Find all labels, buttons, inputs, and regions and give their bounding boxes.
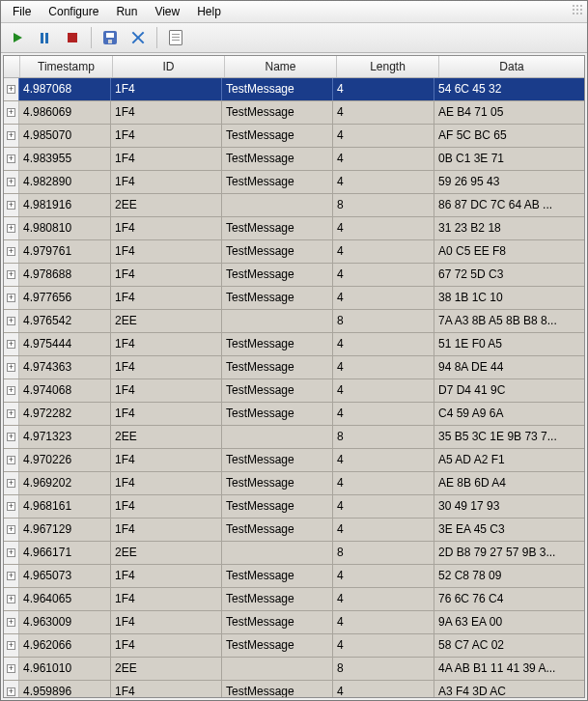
column-name[interactable]: Name <box>225 56 337 77</box>
menu-configure[interactable]: Configure <box>40 3 107 20</box>
row-expander[interactable]: + <box>4 264 19 286</box>
cell-timestamp: 4.959896 <box>19 681 111 697</box>
table-row[interactable]: +4.9650731F4TestMessage452 C8 78 09 <box>4 565 584 588</box>
table-row[interactable]: +4.9850701F4TestMessage4AF 5C BC 65 <box>4 125 584 148</box>
column-id[interactable]: ID <box>113 56 225 77</box>
table-row[interactable]: +4.9743631F4TestMessage494 8A DE 44 <box>4 356 584 379</box>
row-expander[interactable]: + <box>4 611 19 633</box>
cell-timestamp: 4.964065 <box>19 588 111 610</box>
plus-icon: + <box>7 178 15 186</box>
clear-button[interactable] <box>126 25 151 50</box>
table-row[interactable]: +4.9765422EE87A A3 8B A5 8B B8 8... <box>4 310 584 333</box>
plus-icon: + <box>7 664 15 673</box>
grid-body[interactable]: +4.9870681F4TestMessage454 6C 45 32+4.98… <box>4 78 584 697</box>
column-expand[interactable] <box>4 56 20 77</box>
row-expander[interactable]: + <box>4 171 19 193</box>
row-expander[interactable]: + <box>4 148 19 170</box>
cell-data: AE 8B 6D A4 <box>434 472 584 494</box>
table-row[interactable]: +4.9598961F4TestMessage4A3 F4 3D AC <box>4 681 584 697</box>
cell-length: 8 <box>333 310 434 332</box>
row-expander[interactable]: + <box>4 240 19 263</box>
cell-data: 3E EA 45 C3 <box>434 519 584 541</box>
table-row[interactable]: +4.9620661F4TestMessage458 C7 AC 02 <box>4 634 584 658</box>
table-row[interactable]: +4.9754441F4TestMessage451 1E F0 A5 <box>4 333 584 356</box>
row-expander[interactable]: + <box>4 472 19 494</box>
table-row[interactable]: +4.9828901F4TestMessage459 26 95 43 <box>4 171 584 194</box>
column-length[interactable]: Length <box>337 56 439 77</box>
table-row[interactable]: +4.9819162EE886 87 DC 7C 64 AB ... <box>4 194 584 217</box>
table-row[interactable]: +4.9610102EE84A AB B1 11 41 39 A... <box>4 658 584 681</box>
row-expander[interactable]: + <box>4 78 19 100</box>
cell-data: 86 87 DC 7C 64 AB ... <box>434 194 584 216</box>
table-row[interactable]: +4.9860691F4TestMessage4AE B4 71 05 <box>4 101 584 125</box>
row-expander[interactable]: + <box>4 125 19 147</box>
pause-button[interactable] <box>32 25 57 50</box>
plus-icon: + <box>7 409 15 418</box>
plus-icon: + <box>7 456 15 464</box>
table-row[interactable]: +4.9702261F4TestMessage4A5 AD A2 F1 <box>4 449 584 472</box>
cell-length: 4 <box>333 449 434 471</box>
row-expander[interactable]: + <box>4 449 19 471</box>
column-data[interactable]: Data <box>439 56 584 77</box>
column-timestamp[interactable]: Timestamp <box>20 56 113 77</box>
menu-run[interactable]: Run <box>107 3 146 20</box>
row-expander[interactable]: + <box>4 101 19 124</box>
row-expander[interactable]: + <box>4 565 19 587</box>
menu-help[interactable]: Help <box>188 3 230 20</box>
cell-timestamp: 4.981916 <box>19 194 111 216</box>
plus-icon: + <box>7 201 15 210</box>
cell-data: 38 1B 1C 10 <box>434 287 584 309</box>
table-row[interactable]: +4.9671291F4TestMessage43E EA 45 C3 <box>4 519 584 542</box>
row-expander[interactable]: + <box>4 681 19 697</box>
row-expander[interactable]: + <box>4 379 19 402</box>
table-row[interactable]: +4.9640651F4TestMessage476 6C 76 C4 <box>4 588 584 611</box>
table-row[interactable]: +4.9839551F4TestMessage40B C1 3E 71 <box>4 148 584 171</box>
cell-name: TestMessage <box>222 333 333 355</box>
stop-button[interactable] <box>60 25 85 50</box>
cell-id: 2EE <box>111 310 222 332</box>
cell-data: 0B C1 3E 71 <box>434 148 584 170</box>
cell-timestamp: 4.974068 <box>19 379 111 402</box>
row-expander[interactable]: + <box>4 588 19 610</box>
row-expander[interactable]: + <box>4 217 19 239</box>
document-button[interactable] <box>163 25 188 50</box>
table-row[interactable]: +4.9740681F4TestMessage4D7 D4 41 9C <box>4 379 584 403</box>
table-row[interactable]: +4.9722821F4TestMessage4C4 59 A9 6A <box>4 403 584 426</box>
cell-id: 1F4 <box>111 495 222 518</box>
table-row[interactable]: +4.9661712EE82D B8 79 27 57 9B 3... <box>4 542 584 565</box>
row-expander[interactable]: + <box>4 403 19 425</box>
menu-file[interactable]: File <box>4 3 40 20</box>
row-expander[interactable]: + <box>4 287 19 309</box>
save-button[interactable] <box>98 25 123 50</box>
cell-length: 4 <box>333 356 434 379</box>
cell-id: 1F4 <box>111 148 222 170</box>
cell-id: 1F4 <box>111 634 222 657</box>
row-expander[interactable]: + <box>4 356 19 379</box>
row-expander[interactable]: + <box>4 495 19 518</box>
row-expander[interactable]: + <box>4 658 19 680</box>
table-row[interactable]: +4.9692021F4TestMessage4AE 8B 6D A4 <box>4 472 584 495</box>
cell-timestamp: 4.969202 <box>19 472 111 494</box>
cell-length: 4 <box>333 472 434 494</box>
table-row[interactable]: +4.9797611F4TestMessage4A0 C5 EE F8 <box>4 240 584 264</box>
row-expander[interactable]: + <box>4 194 19 216</box>
row-expander[interactable]: + <box>4 542 19 564</box>
table-row[interactable]: +4.9870681F4TestMessage454 6C 45 32 <box>4 78 584 101</box>
menu-view[interactable]: View <box>146 3 188 20</box>
table-row[interactable]: +4.9713232EE835 B5 3C 1E 9B 73 7... <box>4 426 584 449</box>
table-row[interactable]: +4.9786881F4TestMessage467 72 5D C3 <box>4 264 584 287</box>
row-expander[interactable]: + <box>4 634 19 657</box>
table-row[interactable]: +4.9630091F4TestMessage49A 63 EA 00 <box>4 611 584 634</box>
cell-data: D7 D4 41 9C <box>434 379 584 402</box>
run-button[interactable] <box>4 25 29 50</box>
table-row[interactable]: +4.9681611F4TestMessage430 49 17 93 <box>4 495 584 519</box>
cell-timestamp: 4.985070 <box>19 125 111 147</box>
table-row[interactable]: +4.9808101F4TestMessage431 23 B2 18 <box>4 217 584 240</box>
cell-name: TestMessage <box>222 403 333 425</box>
cell-length: 4 <box>333 634 434 657</box>
row-expander[interactable]: + <box>4 333 19 355</box>
row-expander[interactable]: + <box>4 426 19 448</box>
row-expander[interactable]: + <box>4 310 19 332</box>
table-row[interactable]: +4.9776561F4TestMessage438 1B 1C 10 <box>4 287 584 310</box>
row-expander[interactable]: + <box>4 519 19 541</box>
